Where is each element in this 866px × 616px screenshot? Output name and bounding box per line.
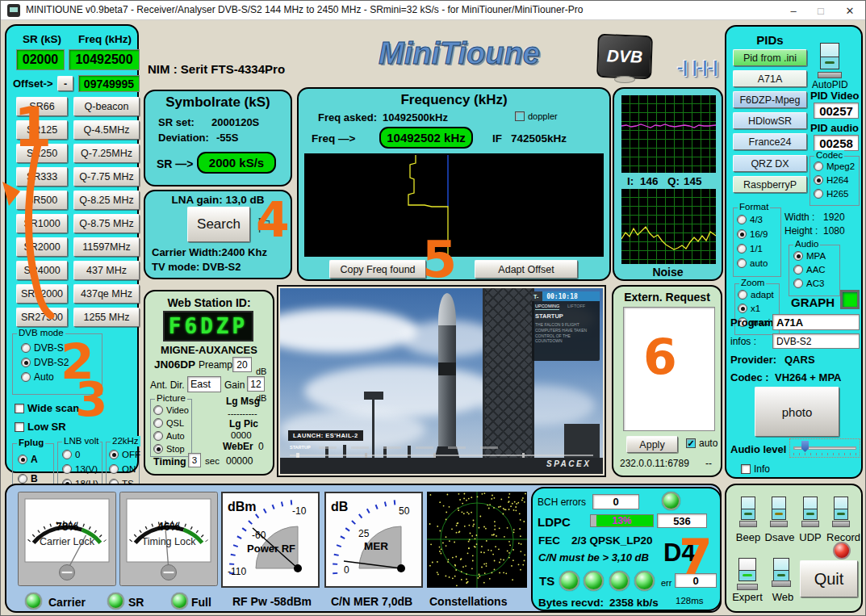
preamp-field[interactable]: 20 xyxy=(232,357,252,372)
minimize-button[interactable]: – xyxy=(780,1,807,20)
radio-audio-aac[interactable]: AAC xyxy=(793,265,826,274)
sr-preset-button[interactable]: SR2000 xyxy=(16,237,68,257)
radio-format-11[interactable]: 1/1 xyxy=(737,244,763,254)
pid-from-ini-button[interactable]: Pid from .ini xyxy=(733,49,807,66)
radio-picture-stop[interactable]: Stop xyxy=(153,444,185,454)
program-field[interactable]: A71A xyxy=(772,314,860,330)
freq-preset-button[interactable]: Q-8.25 MHz xyxy=(73,191,140,210)
close-button[interactable]: ✕ xyxy=(836,1,864,20)
radio-dvb-auto[interactable]: Auto xyxy=(21,371,54,383)
checkbox-label: Low SR xyxy=(27,421,66,433)
radio-format-43[interactable]: 4/3 xyxy=(737,215,763,224)
provider-label: Provider: xyxy=(730,354,776,367)
wide-scan-checkbox[interactable]: Wide scan xyxy=(15,402,79,414)
checkbox-icon xyxy=(15,404,24,413)
graph-indicator[interactable] xyxy=(840,290,860,309)
antdir-field[interactable]: East xyxy=(187,376,221,392)
pid-video-field[interactable]: 00257 xyxy=(814,103,859,119)
radio-picture-qsl[interactable]: QSL xyxy=(153,418,184,428)
auto-checkbox[interactable]: auto xyxy=(686,438,717,449)
radio-codec-mpeg2[interactable]: Mpeg2 xyxy=(814,161,855,171)
mer-meter: dB 50 25 0 MER xyxy=(324,492,423,591)
freq-preset-button[interactable]: Q-4.5MHz xyxy=(73,120,140,140)
pid-qrzdx-button[interactable]: QRZ DX xyxy=(733,155,807,172)
freq-value-field[interactable]: 10492500 xyxy=(69,49,140,70)
flag-icon[interactable]: ⚐ xyxy=(255,214,273,237)
sr-preset-button[interactable]: SR22000 xyxy=(16,284,68,304)
record-switch[interactable] xyxy=(832,497,850,527)
radio-codec-h264[interactable]: H264 xyxy=(814,175,849,185)
sr-value-field[interactable]: 02000 xyxy=(16,49,65,70)
timing-field[interactable]: 3 xyxy=(188,453,201,467)
apply-button[interactable]: Apply xyxy=(626,436,678,453)
offset-minus-button[interactable]: - xyxy=(57,76,73,91)
freq-preset-button[interactable]: 11597MHz xyxy=(73,237,140,257)
photo-button[interactable]: photo xyxy=(755,387,839,437)
pid-raspberryp-button[interactable]: RaspberryP xyxy=(733,176,807,193)
switch-indicator xyxy=(806,513,814,515)
sr-preset-button[interactable]: SR125 xyxy=(16,120,68,140)
radio-22khz-on[interactable]: ON xyxy=(109,464,136,474)
freq-preset-button[interactable]: 437qe MHz xyxy=(73,284,140,304)
radio-audio-mpa[interactable]: MPA xyxy=(793,251,826,261)
expert-switch[interactable] xyxy=(737,558,758,590)
quit-button[interactable]: Quit xyxy=(800,560,858,597)
search-button[interactable]: Search xyxy=(187,207,250,242)
radio-audio-ac3[interactable]: AC3 xyxy=(793,279,824,288)
extern-request-box[interactable] xyxy=(623,307,715,431)
sr-preset-button[interactable]: SR1000 xyxy=(16,214,68,233)
radio-codec-h265[interactable]: H265 xyxy=(814,189,849,199)
radio-lnb-13v[interactable]: 13(V) xyxy=(62,464,98,474)
radio-22khz-off[interactable]: OFF xyxy=(109,450,140,459)
cloud xyxy=(280,308,417,353)
freq-preset-button[interactable]: Q-7.75 MHz xyxy=(73,167,140,186)
info-checkbox[interactable]: Info xyxy=(741,463,770,475)
slider-thumb[interactable] xyxy=(801,441,809,452)
copy-freq-button[interactable]: Copy Freq found xyxy=(329,260,426,279)
freq-preset-button[interactable]: Q-8.75 MHz xyxy=(73,214,140,233)
sr-preset-button[interactable]: SR500 xyxy=(16,191,68,210)
freq-preset-button[interactable]: Q-7.25MHz xyxy=(73,144,140,163)
radio-picture-video[interactable]: Video xyxy=(153,405,189,415)
web-switch[interactable] xyxy=(772,558,791,587)
sr-preset-button[interactable]: SR66 xyxy=(16,97,68,116)
sr-preset-button[interactable]: SR27500 xyxy=(16,308,68,327)
radio-dvb-s[interactable]: DVB-S xyxy=(21,342,64,354)
radio-fplug-a[interactable]: A xyxy=(18,454,38,465)
radio-zoom-x1[interactable]: x1 xyxy=(738,304,760,313)
infos-field[interactable]: DVB-S2 xyxy=(772,333,860,349)
pid-france24-button[interactable]: France24 xyxy=(733,133,807,150)
low-sr-checkbox[interactable]: Low SR xyxy=(15,421,66,433)
audio-level-slider[interactable] xyxy=(789,438,860,458)
radio-format-169[interactable]: 16/9 xyxy=(737,229,768,239)
radio-format-auto[interactable]: auto xyxy=(737,258,768,268)
doppler-checkbox[interactable]: doppler xyxy=(515,111,558,121)
pid-f6dzp-button[interactable]: F6DZP-Mpeg xyxy=(733,91,807,108)
freq-preset-button[interactable]: Q-beacon xyxy=(73,97,140,116)
sr-preset-button[interactable]: SR250 xyxy=(16,144,68,163)
freq-preset-button[interactable]: 437 MHz xyxy=(73,261,140,280)
maximize-button[interactable]: □ xyxy=(807,1,835,20)
gain-field[interactable]: 12 xyxy=(247,376,265,392)
radio-picture-auto[interactable]: Auto xyxy=(153,431,185,441)
dsave-switch[interactable] xyxy=(770,497,788,527)
radio-zoom-adapt[interactable]: adapt xyxy=(738,290,774,300)
radio-dvb-s2[interactable]: DVB-S2 xyxy=(21,357,69,368)
freq-preset-button[interactable]: 1255 MHz xyxy=(73,308,140,327)
radio-icon xyxy=(814,161,823,171)
sr-preset-button[interactable]: SR4000 xyxy=(16,261,68,280)
timeline-active-label: STARTUP xyxy=(290,445,311,450)
radio-lnb-0[interactable]: 0 xyxy=(62,450,80,459)
beep-switch[interactable] xyxy=(739,497,757,527)
adapt-offset-button[interactable]: Adapt Offset xyxy=(475,260,578,279)
radio-fplug-b[interactable]: B xyxy=(18,473,38,484)
pid-a71a-button[interactable]: A71A xyxy=(733,70,807,87)
codec-group-label: Codec xyxy=(814,150,844,161)
extern-address: 232.0.0.11:6789 xyxy=(620,459,689,470)
autopid-switch[interactable] xyxy=(818,43,842,78)
udp-switch[interactable] xyxy=(801,497,819,527)
pid-audio-field[interactable]: 00258 xyxy=(814,135,859,151)
offset-value-field[interactable]: 09749995 xyxy=(78,75,140,92)
pid-hdlowsr-button[interactable]: HDlowSR xyxy=(733,112,807,129)
sr-preset-button[interactable]: SR333 xyxy=(16,167,68,186)
